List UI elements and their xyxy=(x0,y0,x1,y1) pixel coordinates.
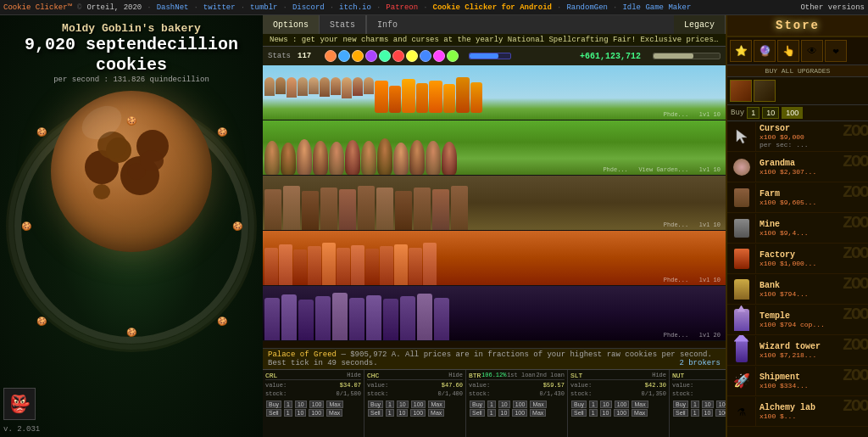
nut-10-btn[interactable]: 10 xyxy=(702,401,714,408)
store-building-farm[interactable]: Farm x100 $9,605... ZOO xyxy=(727,182,868,213)
slt-100-btn[interactable]: 100 xyxy=(615,401,630,408)
crl-sell-100-btn[interactable]: 100 xyxy=(309,409,324,417)
nut-1-btn[interactable]: 1 xyxy=(691,401,699,408)
chc-max-btn[interactable]: Max xyxy=(428,401,444,408)
nut-100-btn[interactable]: 100 xyxy=(716,401,726,408)
slt-sell-1-btn[interactable]: 1 xyxy=(589,409,598,417)
ach-icon-6 xyxy=(392,50,404,62)
buy-1-btn[interactable]: 1 xyxy=(747,107,760,119)
slt-buy-btn[interactable]: Buy xyxy=(571,401,587,408)
randomgen-link[interactable]: RandomGen xyxy=(566,3,608,12)
btr-sell-100-btn[interactable]: 100 xyxy=(512,409,527,417)
buy-100-btn[interactable]: 100 xyxy=(782,107,803,119)
nut-sell-1-btn[interactable]: 1 xyxy=(691,409,699,417)
alchemy-lab-building-info: Alchemy lab x100 $... xyxy=(756,402,868,421)
minigame-area[interactable]: Phde... lvl 10 xyxy=(263,65,726,348)
version-badge: v. 2.031 xyxy=(3,425,40,434)
store-icon-cursor[interactable]: 👆 xyxy=(777,40,799,62)
store-building-mine[interactable]: Mine x100 $9,4... ZOO xyxy=(727,213,868,244)
crl-1-btn[interactable]: 1 xyxy=(284,401,292,408)
store-building-shipment[interactable]: 🚀 Shipment x100 $334... ZOO xyxy=(727,366,868,396)
discord-link[interactable]: Discord xyxy=(292,3,325,12)
nut-buy-btn[interactable]: Buy xyxy=(673,401,688,408)
slt-10-btn[interactable]: 10 xyxy=(600,401,612,408)
slt-max-btn[interactable]: Max xyxy=(632,401,648,408)
store-building-cursor[interactable]: Cursor x100 $9,000 per sec: ... ZOO xyxy=(727,121,868,152)
btr-sell-max-btn[interactable]: Max xyxy=(530,409,546,417)
idlegame-link[interactable]: Idle Game Maker xyxy=(622,3,691,12)
cursor-building-name: Cursor xyxy=(760,124,865,133)
store-building-factory[interactable]: Factory x100 $1,000... ZOO xyxy=(727,244,868,274)
slt-sell-btn[interactable]: Sell xyxy=(571,409,587,417)
chc-sell-btn[interactable]: Sell xyxy=(368,409,383,417)
crl-value: value:$34.07 xyxy=(265,382,361,390)
store-building-temple[interactable]: Temple x100 $794 cop... ZOO xyxy=(727,305,868,335)
patreon-link[interactable]: Patreon xyxy=(386,3,418,12)
nut-buy-row: Buy 1 10 100 Max xyxy=(672,401,726,408)
tab-options[interactable]: Options xyxy=(263,15,320,34)
crl-sell-btn[interactable]: Sell xyxy=(266,409,281,417)
store-building-wizard-tower[interactable]: Wizard tower x100 $7,218... ZOO xyxy=(727,335,868,366)
store-icon-heart[interactable]: ❤ xyxy=(825,40,847,62)
chc-sell-1-btn[interactable]: 1 xyxy=(386,409,394,417)
chc-sell-100-btn[interactable]: 100 xyxy=(410,409,426,417)
tab-info[interactable]: Info xyxy=(366,15,408,34)
btr-sell-1-btn[interactable]: 1 xyxy=(487,409,496,417)
crl-sell-10-btn[interactable]: 10 xyxy=(295,409,307,417)
other-versions[interactable]: Other versions xyxy=(800,3,865,12)
cursor-building-info: Cursor x100 $9,000 per sec: ... xyxy=(756,123,868,149)
buy-all-upgrades-btn[interactable]: BUY ALL UPGRADES xyxy=(727,65,868,77)
ach-icon-2 xyxy=(338,50,350,62)
tab-legacy[interactable]: Legacy xyxy=(674,15,726,34)
twitter-link[interactable]: twitter xyxy=(203,3,236,12)
row-label-farms: Phde... lvl 10 xyxy=(664,221,721,228)
btr-100-btn[interactable]: 100 xyxy=(513,401,528,408)
buy-label: Buy xyxy=(731,109,744,117)
chc-1-btn[interactable]: 1 xyxy=(386,401,394,408)
tab-stats[interactable]: Stats xyxy=(320,15,366,34)
crl-10-btn[interactable]: 10 xyxy=(295,401,307,408)
nut-sell-10-btn[interactable]: 10 xyxy=(702,409,714,417)
crl-stock: stock:0/1,500 xyxy=(265,390,361,399)
store-icon-orb[interactable]: 🔮 xyxy=(754,40,776,62)
crl-100-btn[interactable]: 100 xyxy=(309,401,325,408)
slt-sell-10-btn[interactable]: 10 xyxy=(600,409,612,417)
slt-stock: stock:0/1,350 xyxy=(570,390,666,399)
btr-max-btn[interactable]: Max xyxy=(530,401,546,408)
chc-100-btn[interactable]: 100 xyxy=(411,401,426,408)
android-link[interactable]: Cookie Clicker for Android xyxy=(433,3,552,12)
dashnet-link[interactable]: DashNet xyxy=(157,3,189,12)
big-cookie[interactable] xyxy=(51,91,212,252)
slt-sell-max-btn[interactable]: Max xyxy=(632,409,648,417)
btr-sell-btn[interactable]: Sell xyxy=(470,409,485,417)
crl-sell-max-btn[interactable]: Max xyxy=(326,409,342,417)
tumblr-link[interactable]: tumblr xyxy=(250,3,277,12)
slt-sell-100-btn[interactable]: 100 xyxy=(614,409,629,417)
store-icon-ghost[interactable]: 👁 xyxy=(801,40,823,62)
trading-cols[interactable]: CRL Hide value:$34.07 stock:0/1,500 Buy … xyxy=(263,370,726,437)
slt-1-btn[interactable]: 1 xyxy=(589,401,598,408)
btr-1-btn[interactable]: 1 xyxy=(487,401,496,408)
crl-sell-1-btn[interactable]: 1 xyxy=(284,409,292,417)
nut-sell-100-btn[interactable]: 100 xyxy=(715,409,726,417)
chc-sell-max-btn[interactable]: Max xyxy=(428,409,444,417)
alchemy-lab-building-icon: ⚗ xyxy=(727,397,756,426)
store-building-alchemy-lab[interactable]: ⚗ Alchemy lab x100 $... ZOO xyxy=(727,396,868,427)
btr-buy-btn[interactable]: Buy xyxy=(470,401,485,408)
itch-link[interactable]: itch.io xyxy=(339,3,371,12)
nut-sell-btn[interactable]: Sell xyxy=(673,409,688,417)
crl-max-btn[interactable]: Max xyxy=(326,401,342,408)
btr-10-btn[interactable]: 10 xyxy=(498,401,510,408)
store-building-bank[interactable]: Bank x100 $794... ZOO xyxy=(727,274,868,305)
upgrade-slot-1[interactable] xyxy=(730,80,752,102)
btr-sell-10-btn[interactable]: 10 xyxy=(498,409,510,417)
chc-10-btn[interactable]: 10 xyxy=(397,401,409,408)
chc-buy-btn[interactable]: Buy xyxy=(368,401,383,408)
col-header-crl: CRL Hide xyxy=(265,372,361,380)
chc-sell-10-btn[interactable]: 10 xyxy=(397,409,409,417)
store-icon-star[interactable]: ⭐ xyxy=(730,40,752,62)
crl-buy-btn[interactable]: Buy xyxy=(266,401,281,408)
store-building-grandma[interactable]: Grandma x100 $2,307... ZOO xyxy=(727,152,868,182)
buy-10-btn[interactable]: 10 xyxy=(762,107,779,119)
upgrade-slot-2[interactable] xyxy=(754,80,776,102)
